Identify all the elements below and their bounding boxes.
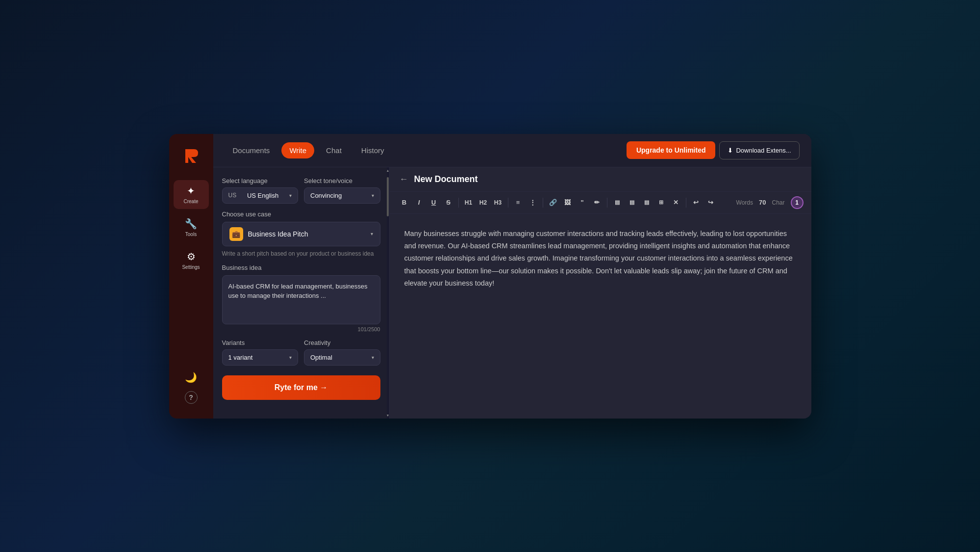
app-window: ✦ Create 🔧 Tools ⚙ Settings 🌙 ? Document… xyxy=(169,134,811,419)
variants-value: 1 variant xyxy=(228,354,253,361)
scrollbar-thumb xyxy=(387,177,389,216)
language-group: Select language US US English ▾ xyxy=(222,177,299,204)
align-left-button[interactable]: ▤ xyxy=(610,196,624,210)
italic-button[interactable]: I xyxy=(412,196,426,210)
top-nav: Documents Write Chat History Upgrade to … xyxy=(213,134,811,167)
variants-dropdown[interactable]: 1 variant ▾ xyxy=(222,349,299,366)
scroll-up-arrow: ▲ xyxy=(386,169,390,172)
scroll-down-arrow: ▼ xyxy=(386,414,390,417)
redo-button[interactable]: ↪ xyxy=(704,196,718,210)
language-tone-row: Select language US US English ▾ Select t… xyxy=(222,177,380,204)
indent-button[interactable]: ⊞ xyxy=(654,196,668,210)
body-area: Select language US US English ▾ Select t… xyxy=(213,167,811,419)
language-chevron-icon: ▾ xyxy=(289,193,292,198)
underline-button[interactable]: U xyxy=(427,196,441,210)
language-flag: US xyxy=(228,192,237,199)
notification-badge[interactable]: 1 xyxy=(791,196,804,209)
tone-value: Convincing xyxy=(310,192,342,199)
doc-editor: ← New Document B I U S H1 H2 H3 ≡ ⋮ xyxy=(390,167,811,419)
undo-button[interactable]: ↩ xyxy=(689,196,703,210)
char-count: 101/2500 xyxy=(222,326,380,332)
sidebar-settings-label: Settings xyxy=(182,264,200,270)
sidebar-item-settings[interactable]: ⚙ Settings xyxy=(174,246,209,275)
upgrade-button[interactable]: Upgrade to Unlimited xyxy=(627,141,716,159)
highlight-button[interactable]: ✏ xyxy=(590,196,604,210)
chars-label: Char xyxy=(772,199,784,206)
doc-header: ← New Document xyxy=(390,167,811,192)
bold-button[interactable]: B xyxy=(398,196,411,210)
language-label: Select language xyxy=(222,177,299,184)
sidebar-item-tools[interactable]: 🔧 Tools xyxy=(174,213,209,242)
tab-history[interactable]: History xyxy=(353,142,392,158)
tab-chat[interactable]: Chat xyxy=(318,142,350,158)
panel-scrollbar[interactable]: ▲ ▼ xyxy=(387,167,389,419)
business-idea-textarea[interactable]: AI-based CRM for lead management, busine… xyxy=(222,275,380,324)
bullet-list-button[interactable]: ≡ xyxy=(511,196,525,210)
use-case-hint: Write a short pitch based on your produc… xyxy=(222,250,380,257)
dark-mode-icon[interactable]: 🌙 xyxy=(185,371,197,383)
doc-title[interactable]: New Document xyxy=(414,174,478,184)
tab-documents[interactable]: Documents xyxy=(225,142,278,158)
h3-button[interactable]: H3 xyxy=(491,196,505,210)
language-value: US English xyxy=(247,192,278,199)
words-label: Words xyxy=(736,199,753,206)
download-extension-button[interactable]: ⬇ Download Extens... xyxy=(719,141,799,159)
doc-content: Many businesses struggle with managing c… xyxy=(404,228,797,290)
use-case-dropdown[interactable]: 💼 Business Idea Pitch ▾ xyxy=(222,222,380,246)
toolbar-separator-1 xyxy=(458,198,459,208)
link-button[interactable]: 🔗 xyxy=(546,196,560,210)
h2-button[interactable]: H2 xyxy=(477,196,490,210)
toolbar-separator-3 xyxy=(543,198,543,208)
use-case-icon: 💼 xyxy=(229,227,243,241)
sidebar-item-create[interactable]: ✦ Create xyxy=(174,180,209,209)
main-content: Documents Write Chat History Upgrade to … xyxy=(213,134,811,419)
h1-button[interactable]: H1 xyxy=(462,196,476,210)
tone-chevron-icon: ▾ xyxy=(372,193,374,198)
ordered-list-button[interactable]: ⋮ xyxy=(526,196,540,210)
creativity-chevron-icon: ▾ xyxy=(372,355,374,360)
creativity-dropdown[interactable]: Optimal ▾ xyxy=(304,349,380,366)
tone-label: Select tone/voice xyxy=(304,177,380,184)
align-right-button[interactable]: ▤ xyxy=(640,196,653,210)
variants-creativity-row: Variants 1 variant ▾ Creativity Optimal … xyxy=(222,339,380,366)
words-count: 70 xyxy=(759,199,766,206)
align-center-button[interactable]: ▤ xyxy=(625,196,639,210)
toolbar-separator-2 xyxy=(508,198,508,208)
variants-label: Variants xyxy=(222,339,299,346)
sidebar-bottom: 🌙 ? xyxy=(185,371,198,409)
sidebar-tools-label: Tools xyxy=(185,232,197,237)
strikethrough-button[interactable]: S xyxy=(442,196,455,210)
toolbar-separator-5 xyxy=(686,198,686,208)
creativity-value: Optimal xyxy=(310,354,332,361)
use-case-label-text: Choose use case xyxy=(222,210,380,218)
variants-chevron-icon: ▾ xyxy=(289,355,292,360)
variants-group: Variants 1 variant ▾ xyxy=(222,339,299,366)
creativity-label: Creativity xyxy=(304,339,380,346)
tone-dropdown[interactable]: Convincing ▾ xyxy=(304,187,380,204)
settings-icon: ⚙ xyxy=(187,251,196,263)
image-button[interactable]: 🖼 xyxy=(561,196,575,210)
editor-toolbar: B I U S H1 H2 H3 ≡ ⋮ 🔗 🖼 " ✏ xyxy=(390,192,811,214)
word-count-area: Words 70 Char 1 xyxy=(736,196,804,209)
help-icon[interactable]: ? xyxy=(185,391,198,404)
business-idea-label: Business idea xyxy=(222,264,380,271)
download-icon: ⬇ xyxy=(728,147,733,154)
quote-button[interactable]: " xyxy=(576,196,589,210)
create-icon: ✦ xyxy=(187,185,195,197)
write-panel: Select language US US English ▾ Select t… xyxy=(213,167,390,419)
app-logo[interactable] xyxy=(179,144,203,168)
doc-body[interactable]: Many businesses struggle with managing c… xyxy=(390,214,811,419)
back-arrow-icon[interactable]: ← xyxy=(400,174,408,184)
toolbar-separator-4 xyxy=(607,198,607,208)
tone-group: Select tone/voice Convincing ▾ xyxy=(304,177,380,204)
clear-format-button[interactable]: ✕ xyxy=(669,196,683,210)
creativity-group: Creativity Optimal ▾ xyxy=(304,339,380,366)
tab-write[interactable]: Write xyxy=(281,142,314,158)
sidebar-create-label: Create xyxy=(183,199,198,204)
sidebar: ✦ Create 🔧 Tools ⚙ Settings 🌙 ? xyxy=(169,134,213,419)
use-case-value: Business Idea Pitch xyxy=(248,230,308,238)
tools-icon: 🔧 xyxy=(185,218,197,230)
language-dropdown[interactable]: US US English ▾ xyxy=(222,187,299,204)
use-case-chevron-icon: ▾ xyxy=(371,231,373,237)
ryte-for-me-button[interactable]: Ryte for me → xyxy=(222,375,380,400)
